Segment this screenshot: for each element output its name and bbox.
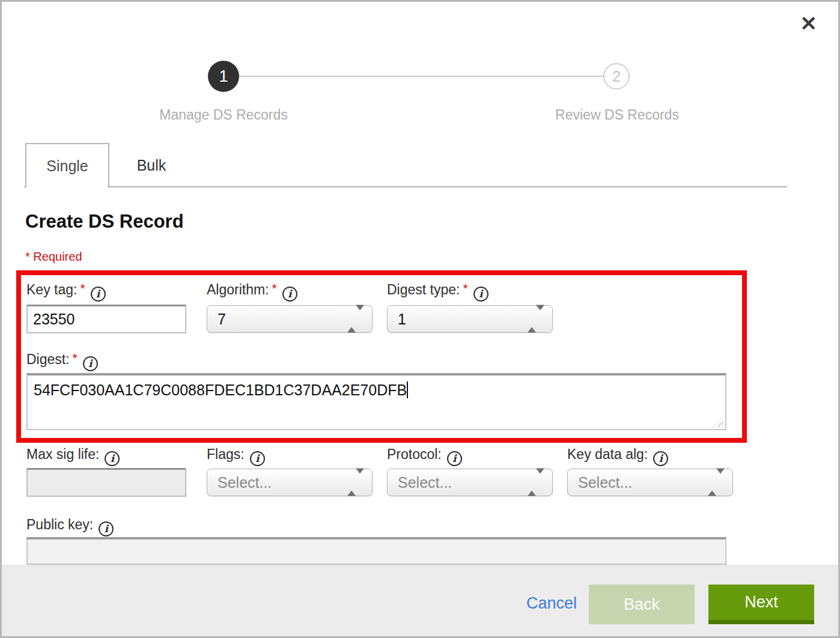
- protocol-select[interactable]: Select...: [387, 469, 553, 496]
- key-tag-value: 23550: [33, 311, 75, 328]
- info-icon[interactable]: i: [83, 356, 98, 371]
- step-2-circle: 2: [603, 63, 630, 90]
- max-sig-life-input[interactable]: [26, 468, 186, 497]
- select-arrows-icon: [528, 474, 544, 491]
- required-asterisk: *: [463, 281, 467, 295]
- select-arrows-icon: [528, 311, 544, 328]
- max-sig-life-label: Max sig life:i: [26, 446, 120, 466]
- info-icon[interactable]: i: [99, 521, 114, 536]
- step-1-label: Manage DS Records: [133, 107, 314, 123]
- algorithm-value: 7: [218, 311, 226, 328]
- digest-textarea[interactable]: 54FCF030AA1C79C0088FDEC1BD1C37DAA2E70DFB: [26, 373, 726, 430]
- text-cursor: [407, 381, 408, 398]
- tab-bulk-label: Bulk: [137, 157, 166, 174]
- flags-label: Flags:i: [207, 446, 265, 466]
- key-tag-label: Key tag:*i: [26, 282, 106, 302]
- key-data-alg-value: Select...: [578, 474, 632, 491]
- required-note: * Required: [25, 250, 82, 264]
- back-button[interactable]: Back: [589, 585, 695, 624]
- step-1-circle: 1: [208, 61, 239, 92]
- digest-type-select[interactable]: 1: [387, 305, 553, 333]
- tab-bulk[interactable]: Bulk: [109, 143, 193, 187]
- digest-type-value: 1: [398, 311, 406, 328]
- algorithm-label: Algorithm:*i: [207, 282, 297, 302]
- flags-value: Select...: [218, 474, 272, 491]
- resize-grip[interactable]: [713, 417, 723, 427]
- info-icon[interactable]: i: [447, 451, 462, 466]
- tab-single-label: Single: [46, 157, 88, 175]
- required-asterisk: *: [80, 281, 85, 295]
- info-icon[interactable]: i: [91, 287, 106, 302]
- select-arrows-icon: [347, 474, 364, 491]
- close-icon[interactable]: ✕: [800, 13, 818, 34]
- required-asterisk: *: [73, 351, 78, 365]
- stepper-connector: [239, 76, 603, 77]
- required-asterisk: *: [272, 281, 277, 295]
- select-arrows-icon: [347, 311, 364, 328]
- digest-label: Digest:*i: [26, 351, 98, 371]
- info-icon[interactable]: i: [105, 451, 120, 466]
- select-arrows-icon: [708, 474, 725, 491]
- public-key-label: Public key:i: [26, 517, 114, 536]
- step-2-label: Review DS Records: [527, 107, 707, 123]
- key-data-alg-select[interactable]: Select...: [567, 469, 733, 496]
- info-icon[interactable]: i: [282, 287, 297, 302]
- flags-select[interactable]: Select...: [207, 469, 373, 496]
- next-button[interactable]: Next: [708, 585, 814, 624]
- key-tag-input[interactable]: 23550: [26, 305, 186, 333]
- algorithm-select[interactable]: 7: [207, 305, 373, 333]
- info-icon[interactable]: i: [653, 451, 668, 466]
- protocol-label: Protocol:i: [387, 446, 462, 466]
- digest-value: 54FCF030AA1C79C0088FDEC1BD1C37DAA2E70DFB: [34, 381, 407, 398]
- step-2-number: 2: [612, 68, 621, 85]
- info-icon[interactable]: i: [250, 451, 265, 466]
- tab-single[interactable]: Single: [25, 143, 109, 187]
- digest-type-label: Digest type:*i: [387, 282, 488, 302]
- cancel-button[interactable]: Cancel: [526, 594, 577, 613]
- info-icon[interactable]: i: [473, 287, 488, 302]
- page-title: Create DS Record: [25, 211, 184, 232]
- key-data-alg-label: Key data alg:i: [567, 446, 668, 466]
- step-1-number: 1: [219, 67, 228, 86]
- footer-bar: Cancel Back Next: [2, 565, 838, 636]
- public-key-textarea[interactable]: [26, 537, 726, 565]
- protocol-value: Select...: [398, 474, 452, 491]
